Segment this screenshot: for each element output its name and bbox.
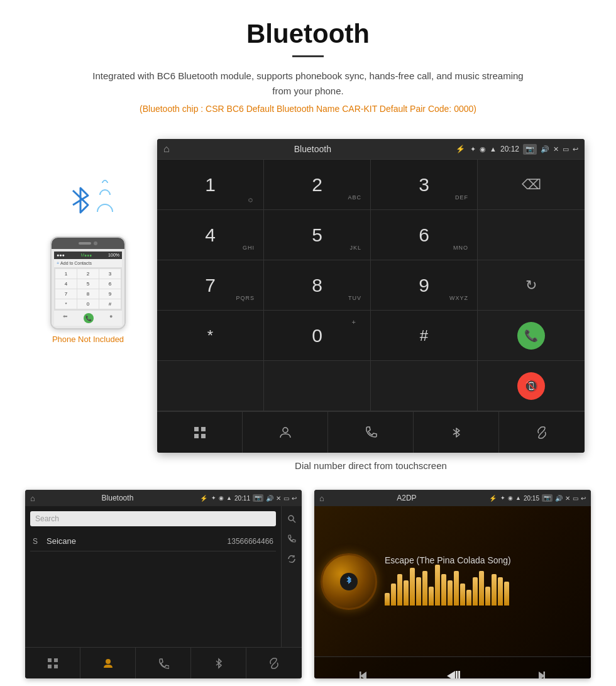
next-track-button[interactable] [528,663,553,678]
pb-cam-icon[interactable]: 📷 [253,494,263,502]
eq-bar [466,590,471,606]
svg-rect-9 [54,658,58,662]
dial-key-hash[interactable]: # [371,311,478,361]
pb-x-icon[interactable]: ✕ [276,495,281,502]
search-bar[interactable]: Search [30,511,276,526]
pb-nav-bt[interactable] [191,648,246,678]
dial-empty-row5-3 [371,361,478,411]
ms-screen-title: A2DP [328,494,485,502]
dial-key-9[interactable]: 9 WXYZ [371,260,478,311]
equalizer [385,570,585,608]
eq-bar [435,565,440,606]
eq-bar [422,571,427,606]
location-icon: ◉ [480,145,486,153]
dial-key-0[interactable]: 0 + [264,311,371,361]
ms-cam-icon[interactable]: 📷 [542,494,553,502]
dial-key-star[interactable]: * [157,311,264,361]
volume-icon[interactable]: 🔊 [541,145,549,153]
pb-nav-person[interactable] [80,648,136,678]
ms-vol-icon[interactable]: 🔊 [555,495,563,502]
ms-x-icon[interactable]: ✕ [565,495,570,502]
home-icon[interactable]: ⌂ [163,143,170,155]
pb-phone-icon[interactable] [284,531,299,546]
pb-home-icon[interactable]: ⌂ [30,494,35,503]
back-icon[interactable]: ↩ [573,145,578,153]
phone-not-included-label: Phone Not Included [52,335,124,344]
dial-empty-row5-2 [264,361,371,411]
phone-key-7[interactable]: 7 [55,289,77,299]
car-screen-section: ⌂ Bluetooth ⚡ ✦ ◉ ▲ 20:12 📷 🔊 ✕ ▭ ↩ [157,139,585,474]
pb-nav-phone[interactable] [136,648,191,678]
pb-vol-icon[interactable]: 🔊 [266,495,273,502]
eq-bar [485,587,490,606]
pb-status-icons: ✦ ◉ ▲ 20:11 📷 🔊 ✕ ▭ ↩ [211,494,297,502]
bluetooth-bottom-icon [449,426,463,440]
dial-empty-2 [478,210,585,260]
camera-icon[interactable]: 📷 [523,144,537,155]
phone-call-button[interactable]: 📞 [84,313,94,323]
pb-link-nav-icon [268,658,280,669]
phone-key-8[interactable]: 8 [77,289,99,299]
close-icon[interactable]: ✕ [553,145,559,153]
phone-key-star[interactable]: * [55,299,77,309]
bottom-btn-grid[interactable] [157,412,243,453]
dial-key-6[interactable]: 6 MNO [371,210,478,260]
dial-key-5[interactable]: 5 JKL [264,210,371,260]
prev-track-button[interactable] [352,663,377,678]
dial-key-1[interactable]: 1 ⌬ [157,160,264,210]
phone-top-bar [52,238,124,249]
dial-key-8[interactable]: 8 TUV [264,260,371,311]
svg-line-13 [273,662,275,665]
call-button-green[interactable]: 📞 [517,322,545,350]
pb-back-icon[interactable]: ↩ [292,495,297,502]
contact-row[interactable]: S Seicane 13566664466 [30,531,276,551]
pb-search-icon[interactable] [284,511,299,526]
backspace-icon[interactable]: ⌫ [522,177,541,193]
ms-back-icon[interactable]: ↩ [581,495,586,502]
eq-bar [441,574,446,606]
music-caption: Bluetooth music compatible (Support disp… [314,678,591,686]
pb-refresh-icon[interactable] [284,551,299,567]
phone-key-1[interactable]: 1 [55,269,77,279]
phone-key-2[interactable]: 2 [77,269,99,279]
bottom-btn-phone[interactable] [328,412,414,453]
eq-bar [429,587,434,606]
pb-sig-icon: ▲ [226,495,232,501]
phone-key-hash[interactable]: # [99,299,121,309]
play-pause-icon [444,667,461,678]
dial-key-7[interactable]: 7 PQRS [157,260,264,311]
pb-phone-nav-icon [158,658,169,669]
ms-home-icon[interactable]: ⌂ [319,494,324,503]
window-icon[interactable]: ▭ [563,145,569,153]
dial-key-2[interactable]: 2 ABC [264,160,371,210]
pb-nav-link[interactable] [246,648,302,678]
call-button-red[interactable]: 📵 [517,372,545,400]
svg-rect-20 [544,672,546,678]
phone-key-5[interactable]: 5 [77,279,99,289]
music-controls [314,656,591,678]
dial-key-4[interactable]: 4 GHI [157,210,264,260]
phone-key-9[interactable]: 9 [99,289,121,299]
pb-nav-grid[interactable] [25,648,80,678]
dial-key-3[interactable]: 3 DEF [371,160,478,210]
play-pause-button[interactable] [440,663,465,678]
bottom-btn-link[interactable] [499,412,585,453]
phone-add-contact-bar: +Add to Contacts [54,259,122,268]
pb-bottom-nav [25,647,302,678]
phone-key-6[interactable]: 6 [99,279,121,289]
dial-call-green[interactable]: 📞 [478,311,585,361]
time-display: 20:12 [500,145,519,153]
contact-number: 13566664466 [228,537,273,546]
pb-screen-title: Bluetooth [39,494,196,502]
phone-key-3[interactable]: 3 [99,269,121,279]
phone-key-4[interactable]: 4 [55,279,77,289]
dial-end-call[interactable]: 📵 [478,361,585,411]
redial-icon[interactable]: ↻ [525,277,537,294]
pb-win-icon[interactable]: ▭ [283,495,289,502]
bottom-btn-contacts[interactable] [243,412,328,453]
ms-win-icon[interactable]: ▭ [573,495,578,502]
bottom-btn-bluetooth[interactable] [414,412,499,453]
phone-key-0[interactable]: 0 [77,299,99,309]
svg-line-7 [293,520,295,523]
signal-icon: ▲ [490,145,497,153]
